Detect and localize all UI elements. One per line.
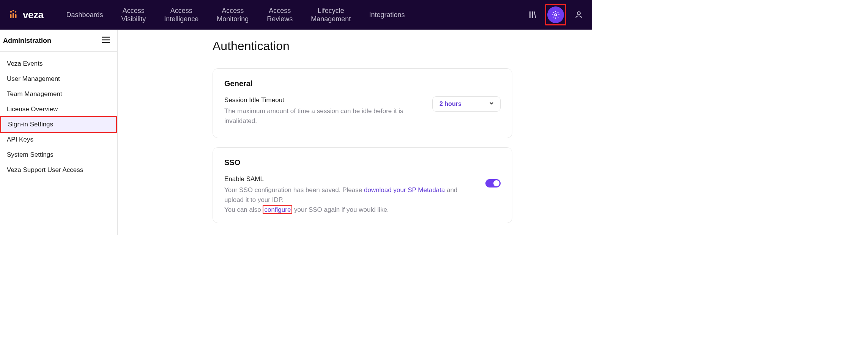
sidebar-item-system-settings[interactable]: System Settings <box>0 147 117 162</box>
user-icon[interactable] <box>573 9 584 20</box>
sidebar-item-veza-events[interactable]: Veza Events <box>0 56 117 71</box>
main-nav: Dashboards Access Visibility Access Inte… <box>66 6 519 24</box>
logo-text: veza <box>23 9 43 21</box>
nav-access-visibility[interactable]: Access Visibility <box>121 6 146 24</box>
session-timeout-select[interactable]: 2 hours <box>432 96 501 112</box>
card-sso: SSO Enable SAML Your SSO configuration h… <box>213 147 512 223</box>
header-actions <box>527 4 584 25</box>
svg-point-1 <box>10 11 12 13</box>
sidebar-title: Administration <box>3 37 51 45</box>
library-icon[interactable] <box>527 9 538 20</box>
sidebar-item-api-keys[interactable]: API Keys <box>0 132 117 147</box>
session-timeout-desc: The maximum amount of time a session can… <box>224 106 421 126</box>
enable-saml-toggle[interactable] <box>485 179 501 187</box>
logo[interactable]: veza <box>8 9 43 21</box>
settings-button-highlight <box>545 4 566 25</box>
download-sp-metadata-link[interactable]: download your SP Metadata <box>364 186 445 194</box>
svg-point-0 <box>13 10 14 12</box>
svg-rect-3 <box>13 13 14 18</box>
card-general-title: General <box>224 79 501 88</box>
nav-access-reviews[interactable]: Access Reviews <box>267 6 293 24</box>
logo-mark-icon <box>8 9 19 20</box>
sidebar-item-license-overview[interactable]: License Overview <box>0 102 117 117</box>
sidebar-items: Veza Events User Management Team Managem… <box>0 52 117 182</box>
nav-access-intelligence[interactable]: Access Intelligence <box>164 6 198 24</box>
sidebar-item-team-management[interactable]: Team Management <box>0 87 117 102</box>
nav-access-monitoring[interactable]: Access Monitoring <box>217 6 249 24</box>
settings-button[interactable] <box>547 6 564 23</box>
sso-desc2-text2: your SSO again if you would like. <box>292 206 389 213</box>
sidebar-header: Administration <box>0 30 117 52</box>
nav-dashboards[interactable]: Dashboards <box>66 11 103 19</box>
main-content: Authentication General Session Idle Time… <box>118 30 592 235</box>
sidebar: Administration Veza Events User Manageme… <box>0 30 118 235</box>
sso-desc-text: Your SSO configuration has been saved. P… <box>224 186 364 194</box>
svg-point-2 <box>15 11 17 13</box>
svg-point-6 <box>555 14 557 16</box>
svg-rect-5 <box>15 14 17 18</box>
app-header: veza Dashboards Access Visibility Access… <box>0 0 592 30</box>
chevron-down-icon <box>489 101 494 107</box>
sidebar-toggle-icon[interactable] <box>101 36 110 45</box>
svg-rect-4 <box>10 14 12 18</box>
enable-saml-desc2: You can also configure your SSO again if… <box>224 205 474 215</box>
enable-saml-desc1: Your SSO configuration has been saved. P… <box>224 185 474 205</box>
session-timeout-label: Session Idle Timeout <box>224 96 421 104</box>
configure-sso-link[interactable]: configure <box>263 205 292 214</box>
card-sso-title: SSO <box>224 158 501 167</box>
nav-integrations[interactable]: Integrations <box>369 11 405 19</box>
session-timeout-value: 2 hours <box>440 101 462 107</box>
nav-lifecycle-management[interactable]: Lifecycle Management <box>311 6 351 24</box>
sidebar-item-support-access[interactable]: Veza Support User Access <box>0 162 117 178</box>
sidebar-item-signin-settings[interactable]: Sign-in Settings <box>0 116 117 133</box>
page-title: Authentication <box>213 39 577 53</box>
svg-point-7 <box>577 12 580 15</box>
enable-saml-label: Enable SAML <box>224 175 474 183</box>
card-general: General Session Idle Timeout The maximum… <box>213 68 512 138</box>
sidebar-item-user-management[interactable]: User Management <box>0 71 117 87</box>
gear-icon <box>551 11 560 19</box>
sso-desc2-text: You can also <box>224 206 263 213</box>
